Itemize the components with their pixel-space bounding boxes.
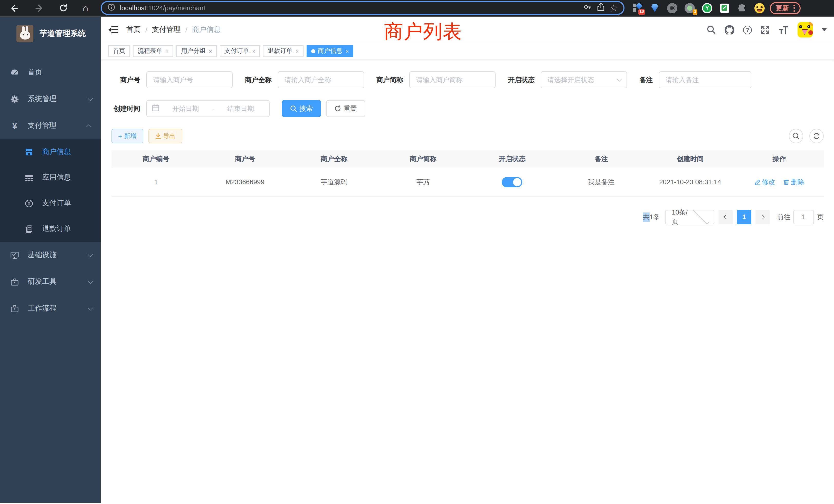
- emoji-face: [754, 3, 765, 13]
- refresh-button[interactable]: [809, 129, 824, 143]
- fullscreen-icon[interactable]: [761, 25, 770, 35]
- blocks-extension-icon[interactable]: 10: [632, 3, 643, 13]
- column-header: 商户简称: [378, 151, 467, 168]
- bookmark-star-icon[interactable]: ☆: [610, 4, 617, 12]
- font-size-icon[interactable]: [778, 25, 789, 34]
- user-avatar[interactable]: [797, 22, 813, 38]
- search-icon[interactable]: [707, 25, 716, 35]
- back-icon[interactable]: [9, 3, 20, 13]
- reload-icon[interactable]: [59, 3, 68, 13]
- delete-button[interactable]: 删除: [783, 177, 804, 187]
- tab-process-form[interactable]: 流程表单×: [133, 45, 173, 57]
- add-button[interactable]: + 新增: [111, 129, 143, 143]
- tab-refund-order[interactable]: 退款订单×: [263, 45, 304, 57]
- tab-label: 首页: [113, 47, 125, 55]
- tab-user-group[interactable]: 用户分组×: [176, 45, 217, 57]
- github-icon[interactable]: [725, 25, 734, 35]
- goto-label: 前往: [777, 212, 790, 222]
- recorder-extension-icon[interactable]: 1: [684, 3, 695, 13]
- close-icon[interactable]: ×: [346, 48, 349, 54]
- prev-page-button[interactable]: [719, 210, 733, 224]
- add-button-label: 新增: [124, 132, 136, 140]
- sidebar-item-devtools[interactable]: 研发工具: [0, 269, 101, 295]
- close-icon[interactable]: ×: [252, 48, 256, 54]
- sidebar-item-workflow[interactable]: 工作流程: [0, 295, 101, 322]
- sidebar-item-merchant[interactable]: 商户信息: [0, 139, 101, 165]
- short-name-input[interactable]: [409, 71, 496, 88]
- total-prefix: 共: [643, 212, 650, 222]
- sidebar-toggle-icon[interactable]: [108, 26, 118, 34]
- page-size-select[interactable]: 10条/页: [665, 210, 714, 224]
- app-title: 芋道管理系统: [40, 28, 86, 38]
- export-button[interactable]: 导出: [148, 129, 182, 143]
- emoji-extension-icon[interactable]: [754, 3, 765, 13]
- sidebar-item-label: 支付管理: [28, 121, 88, 130]
- extensions-puzzle-icon[interactable]: [737, 3, 747, 13]
- full-name-label: 商户全称: [245, 75, 272, 85]
- reset-button[interactable]: 重置: [326, 100, 365, 117]
- password-key-icon[interactable]: [584, 3, 592, 13]
- sidebar: 芋道管理系统 首页 系统管理 ¥ 支付管理: [0, 17, 101, 503]
- sidebar-item-infra[interactable]: 基础设施: [0, 242, 101, 269]
- cell-create-time: 2021-10-23 08:31:14: [646, 168, 735, 196]
- home-icon[interactable]: ⌂: [83, 3, 89, 13]
- edit-pencil-icon: [754, 179, 760, 185]
- help-icon[interactable]: ?: [743, 25, 752, 34]
- search-button[interactable]: 搜索: [282, 100, 321, 117]
- y-circle: Y: [702, 3, 712, 13]
- calendar-icon: [152, 104, 159, 113]
- status-toggle[interactable]: [502, 177, 522, 187]
- sidebar-logo-row[interactable]: 芋道管理系统: [0, 17, 101, 50]
- tab-label: 用户分组: [181, 47, 206, 55]
- merchant-no-input[interactable]: [146, 71, 233, 88]
- search-button-label: 搜索: [300, 104, 313, 113]
- close-icon[interactable]: ×: [209, 48, 212, 54]
- filter-row-1: 商户号 商户全称 商户简称 开启状态 请选择开启状态: [111, 71, 824, 88]
- full-name-input[interactable]: [278, 71, 364, 88]
- date-range-picker[interactable]: 开始日期 - 结束日期: [146, 100, 270, 117]
- chevron-right-icon: [761, 215, 765, 219]
- extension-badge: 10: [638, 9, 645, 15]
- total-suffix: 条: [653, 212, 660, 222]
- edit-button[interactable]: 修改: [754, 177, 775, 187]
- remark-input[interactable]: [659, 71, 751, 88]
- pagination: 共1条 10条/页 1 前往 页: [111, 210, 824, 224]
- site-info-icon[interactable]: [108, 3, 115, 13]
- y-extension-icon[interactable]: Y: [702, 3, 712, 13]
- dashboard-icon: [10, 68, 19, 77]
- status-select[interactable]: 请选择开启状态: [541, 71, 627, 88]
- share-icon[interactable]: [597, 3, 605, 13]
- sidebar-item-home[interactable]: 首页: [0, 59, 101, 86]
- main-area: 商户列表 首页 / 支付管理 / 商户信息 ?: [101, 17, 834, 503]
- url-path: :1024/pay/merchant: [146, 4, 205, 12]
- briefcase-icon: [10, 277, 19, 286]
- chat-extension-icon[interactable]: [719, 3, 730, 13]
- close-icon[interactable]: ×: [295, 48, 299, 54]
- tab-home[interactable]: 首页: [108, 45, 130, 57]
- app-window: 芋道管理系统 首页 系统管理 ¥ 支付管理: [0, 17, 834, 503]
- sidebar-item-refund-order[interactable]: 退款订单: [0, 216, 101, 242]
- command-extension-icon[interactable]: ⌘: [667, 3, 678, 13]
- tab-pay-order[interactable]: 支付订单×: [220, 45, 260, 57]
- breadcrumb-home[interactable]: 首页: [126, 25, 141, 35]
- sidebar-item-pay-order[interactable]: 支付订单: [0, 190, 101, 216]
- sidebar-item-pay[interactable]: ¥ 支付管理: [0, 112, 101, 139]
- gem-extension-icon[interactable]: [650, 3, 660, 13]
- browser-menu-icon[interactable]: [794, 4, 795, 12]
- next-page-button[interactable]: [755, 210, 770, 224]
- sidebar-item-application[interactable]: 应用信息: [0, 165, 101, 190]
- forward-icon[interactable]: [34, 3, 44, 13]
- sidebar-item-system[interactable]: 系统管理: [0, 86, 101, 112]
- address-bar[interactable]: localhost:1024/pay/merchant ☆: [101, 1, 625, 15]
- close-icon[interactable]: ×: [166, 48, 169, 54]
- goto-page-input[interactable]: [793, 210, 814, 224]
- hide-search-button[interactable]: [789, 129, 803, 143]
- chevron-down-icon: [88, 96, 93, 101]
- breadcrumb-pay[interactable]: 支付管理: [152, 25, 181, 35]
- browser-toolbar: ⌂ localhost:1024/pay/merchant ☆ 10 ⌘ 1 Y: [0, 0, 834, 17]
- tab-merchant-info[interactable]: 商户信息×: [307, 45, 354, 57]
- page-number-1[interactable]: 1: [737, 210, 751, 224]
- chrome-update-button[interactable]: 更新: [770, 2, 801, 14]
- user-menu-caret-icon[interactable]: [822, 28, 827, 31]
- column-header: 商户号: [200, 151, 290, 168]
